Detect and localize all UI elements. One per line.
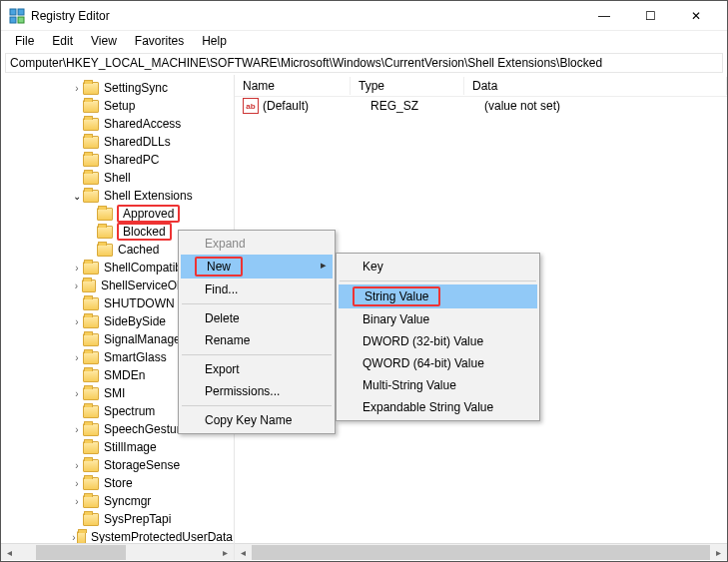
tree-item[interactable]: ›SettingSync [1,79,234,97]
chevron-right-icon[interactable]: › [71,388,83,399]
menu-separator [182,405,332,406]
context-menu-item[interactable]: Permissions... [181,380,333,402]
tree-item[interactable]: ›StorageSense [1,456,234,474]
tree-item[interactable]: Setup [1,97,234,115]
maximize-button[interactable]: ☐ [627,1,673,31]
scroll-right-icon[interactable]: ▸ [710,544,727,561]
folder-icon [83,82,99,95]
chevron-right-icon[interactable]: › [71,281,82,291]
list-header: Name Type Data [235,75,727,97]
tree-item-label: SmartGlass [103,350,168,364]
context-menu-item[interactable]: Find... [181,279,333,300]
submenu-item[interactable]: String Value [339,284,537,308]
submenu-item[interactable]: Expandable String Value [339,396,537,418]
value-data: (value not set) [484,99,560,113]
folder-icon [97,208,113,221]
address-bar[interactable]: Computer\HKEY_LOCAL_MACHINE\SOFTWARE\Mic… [5,53,723,73]
minimize-button[interactable]: — [581,1,627,31]
tree-item[interactable]: StillImage [1,438,234,456]
tree-context-menu: ExpandNewFind...DeleteRenameExportPermis… [178,230,336,434]
chevron-right-icon[interactable]: › [71,352,83,363]
tree-item[interactable]: SharedAccess [1,115,234,133]
list-row[interactable]: ab (Default) REG_SZ (value not set) [235,97,727,115]
svg-rect-2 [10,17,16,23]
menu-help[interactable]: Help [194,33,235,49]
menu-edit[interactable]: Edit [44,33,81,49]
highlighted-label: String Value [353,286,440,306]
folder-icon [83,190,99,203]
submenu-item[interactable]: Binary Value [339,308,537,330]
scroll-right-icon[interactable]: ▸ [217,544,234,561]
close-button[interactable]: ✕ [673,1,719,31]
context-menu-item[interactable]: Delete [181,307,333,329]
context-menu-item[interactable]: Export [181,358,333,380]
tree-item[interactable]: Approved [1,205,234,223]
window-title: Registry Editor [31,9,581,23]
menu-separator [182,354,332,355]
tree-item[interactable]: ›Store [1,474,234,492]
context-menu-item[interactable]: New [181,255,333,279]
tree-item-label: SettingSync [103,81,169,95]
tree-item[interactable]: Shell [1,169,234,187]
column-type[interactable]: Type [351,77,464,95]
chevron-right-icon[interactable]: › [71,263,83,274]
folder-icon [83,513,99,526]
menu-favorites[interactable]: Favorites [127,33,192,49]
column-name[interactable]: Name [235,77,351,95]
folder-icon [83,423,99,436]
chevron-right-icon[interactable]: › [71,496,83,507]
submenu-item[interactable]: Multi-String Value [339,374,537,396]
menu-file[interactable]: File [7,33,42,49]
context-menu-item[interactable]: Copy Key Name [181,409,333,431]
submenu-item[interactable]: DWORD (32-bit) Value [339,330,537,352]
scroll-thumb[interactable] [252,545,710,560]
folder-icon [83,477,99,490]
list-horizontal-scrollbar[interactable]: ◂ ▸ [235,543,727,560]
folder-icon [83,459,99,472]
scroll-thumb[interactable] [36,545,126,560]
folder-icon [83,297,99,310]
chevron-down-icon[interactable]: ⌄ [71,191,83,202]
chevron-right-icon[interactable]: › [71,460,83,471]
column-data[interactable]: Data [464,77,727,95]
tree-item-label: Setup [103,99,136,113]
tree-item-label: SharedDLLs [103,135,172,149]
scroll-left-icon[interactable]: ◂ [1,544,18,561]
window-controls: — ☐ ✕ [581,1,719,31]
titlebar: Registry Editor — ☐ ✕ [1,1,727,31]
tree-item-label: StorageSense [103,458,181,472]
regedit-icon [9,8,25,24]
submenu-item[interactable]: QWORD (64-bit) Value [339,352,537,374]
folder-icon [97,244,113,257]
tree-item-label: Spectrum [103,404,156,418]
tree-horizontal-scrollbar[interactable]: ◂ ▸ [1,543,234,560]
new-submenu: KeyString ValueBinary ValueDWORD (32-bit… [336,253,540,421]
tree-item[interactable]: ⌄Shell Extensions [1,187,234,205]
tree-item[interactable]: SharedDLLs [1,133,234,151]
tree-item-label: SysPrepTapi [103,512,172,526]
tree-item[interactable]: SysPrepTapi [1,510,234,528]
svg-rect-3 [18,17,24,23]
context-menu-item[interactable]: Rename [181,329,333,351]
tree-item[interactable]: SharedPC [1,151,234,169]
folder-icon [82,280,96,292]
chevron-right-icon[interactable]: › [71,478,83,489]
tree-item[interactable]: ›Syncmgr [1,492,234,510]
folder-icon [83,441,99,454]
tree-item-label: SharedPC [103,153,160,167]
chevron-right-icon[interactable]: › [71,424,83,435]
tree-item-label: SMI [103,386,126,400]
chevron-right-icon[interactable]: › [71,316,83,327]
folder-icon [83,387,99,400]
value-type: REG_SZ [370,99,484,113]
folder-icon [97,226,113,239]
highlighted-label: New [195,257,243,277]
submenu-item[interactable]: Key [339,256,537,278]
tree-item-label: Shell [103,171,132,185]
scroll-left-icon[interactable]: ◂ [235,544,252,561]
folder-icon [83,333,99,346]
tree-item-label: Cached [117,243,160,257]
chevron-right-icon[interactable]: › [71,83,83,94]
menu-view[interactable]: View [83,33,125,49]
tree-item-label: Store [103,476,134,490]
